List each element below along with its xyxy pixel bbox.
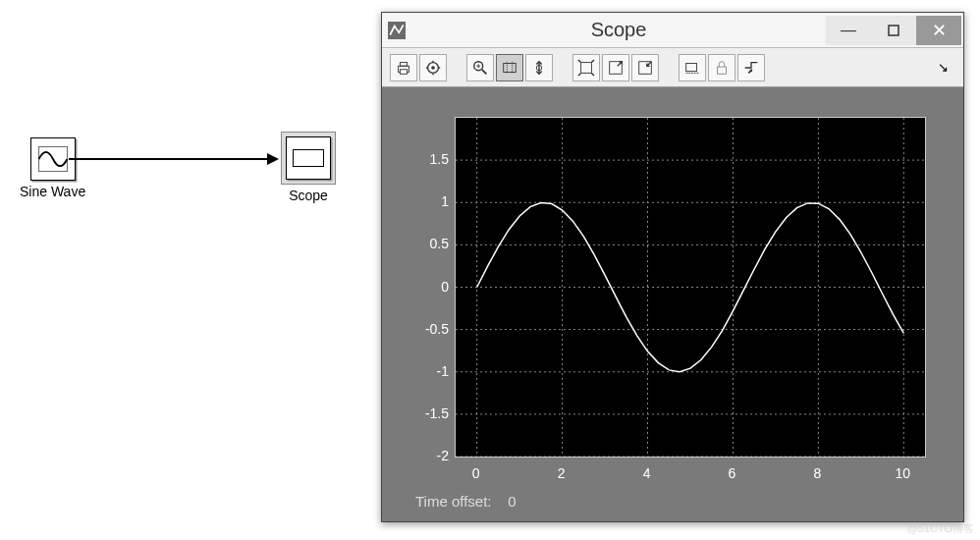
y-tick-label: 1.5 xyxy=(409,151,449,167)
print-button[interactable] xyxy=(390,54,417,81)
y-tick-label: 0 xyxy=(409,279,449,295)
zoom-box-button[interactable] xyxy=(496,54,523,81)
close-button[interactable]: ✕ xyxy=(916,16,961,45)
x-tick-label: 2 xyxy=(558,465,566,481)
watermark: @51CTO博客 xyxy=(907,521,974,536)
zoom-y-button[interactable] xyxy=(525,54,553,81)
x-tick-label: 10 xyxy=(895,465,910,481)
svg-rect-4 xyxy=(400,62,407,66)
settings-button[interactable] xyxy=(419,54,447,81)
scope-window: Scope — ✕ xyxy=(381,12,964,522)
time-offset-text: Time offset: xyxy=(415,493,492,510)
autoscale-button[interactable] xyxy=(572,54,600,81)
maximize-button[interactable] xyxy=(871,16,916,45)
svg-point-7 xyxy=(431,66,435,70)
signal-selector-button[interactable] xyxy=(737,54,765,81)
y-tick-label: 0.5 xyxy=(409,236,449,251)
time-offset-value: 0 xyxy=(508,493,516,510)
y-tick-label: 1 xyxy=(409,193,449,209)
save-config-button[interactable] xyxy=(602,54,629,81)
scope-display-icon xyxy=(293,149,324,167)
scope-block[interactable]: Scope xyxy=(281,132,336,203)
simulink-canvas[interactable]: Sine Wave Scope xyxy=(0,0,373,540)
zoom-in-button[interactable] xyxy=(466,54,494,81)
x-tick-label: 0 xyxy=(472,465,480,481)
scope-block-selected-frame xyxy=(281,132,336,185)
svg-rect-21 xyxy=(581,62,592,73)
titlebar[interactable]: Scope — ✕ xyxy=(382,13,963,48)
signal-arrow-head xyxy=(267,153,279,165)
app-icon xyxy=(382,22,411,39)
restore-config-button[interactable] xyxy=(631,54,659,81)
x-tick-label: 6 xyxy=(729,465,736,481)
y-tick-label: -1.5 xyxy=(409,405,449,421)
toolbar-overflow[interactable]: ↘ xyxy=(938,60,957,75)
svg-rect-16 xyxy=(504,63,517,72)
scope-block-label: Scope xyxy=(289,188,328,203)
float-button[interactable] xyxy=(679,54,706,81)
plot-canvas[interactable] xyxy=(455,117,926,458)
time-offset-label: Time offset: 0 xyxy=(409,487,936,512)
svg-rect-5 xyxy=(400,69,407,74)
signal-line[interactable] xyxy=(69,158,269,160)
y-tick-label: -2 xyxy=(409,448,449,463)
plot-area: -2-1.5-1-0.500.511.5 0246810 Time offset… xyxy=(382,87,963,521)
y-tick-label: -1 xyxy=(409,363,449,379)
window-controls: — ✕ xyxy=(826,16,963,45)
svg-rect-26 xyxy=(718,67,727,74)
x-tick-label: 4 xyxy=(643,465,651,481)
window-title: Scope xyxy=(411,19,826,41)
svg-rect-24 xyxy=(686,63,697,71)
svg-line-13 xyxy=(482,69,487,74)
x-tick-label: 8 xyxy=(813,465,821,481)
toolbar: ↘ xyxy=(382,48,963,87)
plot-frame: -2-1.5-1-0.500.511.5 0246810 xyxy=(409,107,936,487)
sine-wave-block[interactable]: Sine Wave xyxy=(20,137,85,199)
lock-button[interactable] xyxy=(708,54,735,81)
svg-rect-2 xyxy=(889,26,898,35)
y-tick-label: -0.5 xyxy=(409,321,449,337)
sine-wave-label: Sine Wave xyxy=(20,184,85,199)
scope-block-icon xyxy=(286,136,331,180)
minimize-button[interactable]: — xyxy=(826,16,871,45)
